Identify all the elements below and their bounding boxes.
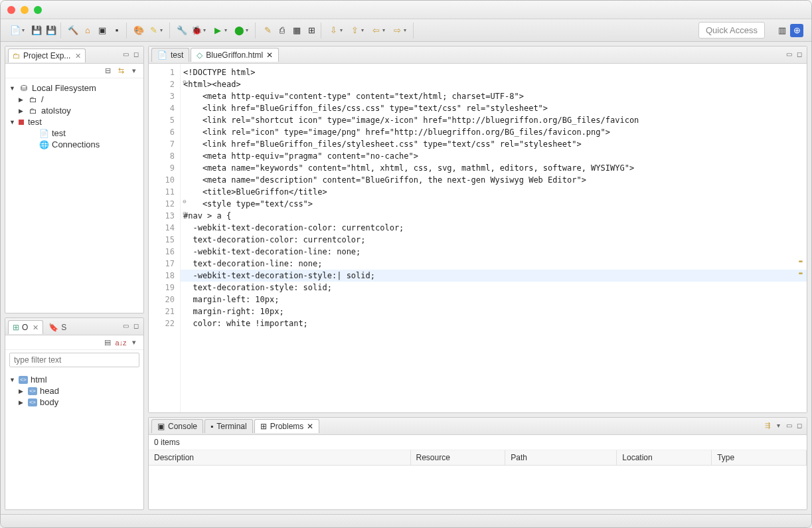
palette-button[interactable]: 🎨	[132, 24, 145, 37]
outline-tab-s[interactable]: 🔖 S	[44, 321, 70, 334]
nav-fwd-button[interactable]: ⇨	[390, 24, 404, 37]
minimize-panel-icon[interactable]: ▭	[784, 50, 793, 60]
new-button[interactable]: 📄	[9, 24, 22, 37]
terminal-tab[interactable]: ▪Terminal	[204, 419, 253, 433]
outline-panel: ⊞ O ✕ 🔖 S ▭ ◻ ▤ a↓z ▾	[5, 317, 144, 510]
console-tab[interactable]: ▣Console	[151, 419, 203, 433]
save-button[interactable]: 💾	[30, 24, 43, 37]
filter-icon[interactable]: ⇶	[763, 422, 772, 431]
perspective1-button[interactable]: ▥	[775, 24, 789, 37]
debug-button[interactable]: 🐞	[190, 24, 203, 37]
col-type[interactable]: Type	[712, 450, 807, 465]
maximize-panel-icon[interactable]: ◻	[131, 50, 141, 60]
quick-access-input[interactable]: Quick Access	[698, 22, 765, 39]
project-explorer-tab[interactable]: 🗀 Project Exp... ✕	[8, 48, 86, 62]
outline-body[interactable]: ▶<>body	[8, 396, 141, 408]
home-button[interactable]: ⌂	[81, 24, 94, 37]
code-editor[interactable]: 12345678910111213141516171819202122 ⊖⊖⊖ …	[149, 64, 807, 412]
col-resource[interactable]: Resource	[411, 450, 506, 465]
editor-tab-test[interactable]: 📄test	[151, 48, 189, 62]
minimize-panel-icon[interactable]: ▭	[784, 422, 793, 431]
minimize-panel-icon[interactable]: ▭	[121, 50, 130, 60]
maximize-panel-icon[interactable]: ◻	[795, 422, 804, 431]
marker-button[interactable]: ✎	[147, 24, 160, 37]
minimize-window-button[interactable]	[21, 6, 29, 14]
code-content[interactable]: <!DOCTYPE html><html><head> <meta http-e…	[181, 64, 807, 412]
col-description[interactable]: Description	[149, 450, 411, 465]
tree-local-filesystem[interactable]: ▼⛁Local Filesystem	[8, 82, 141, 94]
save-all-button[interactable]: 💾	[44, 24, 58, 37]
debug-config-button[interactable]: 🔧	[175, 24, 189, 37]
marker-dropdown[interactable]: ▾	[160, 27, 167, 33]
tree-test-file[interactable]: 📄test	[8, 128, 141, 139]
tool1-button[interactable]: ▣	[96, 24, 109, 37]
link-editor-icon[interactable]: ⇆	[116, 66, 126, 76]
tree-atolstoy[interactable]: ▶🗀atolstoy	[8, 105, 141, 116]
close-icon[interactable]: ✕	[75, 52, 81, 60]
maximize-window-button[interactable]	[34, 6, 42, 14]
outline-tab-o[interactable]: ⊞ O ✕	[8, 320, 43, 334]
nav-up-dropdown[interactable]: ▾	[361, 27, 368, 33]
outline-tool1-icon[interactable]: ▤	[102, 337, 113, 348]
problems-table-header: Description Resource Path Location Type	[149, 450, 807, 466]
console-icon: ▣	[157, 422, 165, 431]
nav-fwd-dropdown[interactable]: ▾	[404, 27, 410, 33]
tree-root[interactable]: ▶🗀/	[8, 94, 141, 105]
edit3-button[interactable]: ▦	[290, 24, 303, 37]
outline-tree[interactable]: ▼<>html ▶<>head ▶<>body	[5, 370, 143, 509]
maximize-panel-icon[interactable]: ◻	[795, 50, 804, 60]
run-button[interactable]: ▶	[211, 24, 224, 37]
project-tree[interactable]: ▼⛁Local Filesystem ▶🗀/ ▶🗀atolstoy ▼test …	[5, 78, 143, 313]
problems-icon: ⊞	[260, 422, 267, 431]
nav-back-button[interactable]: ⇦	[369, 24, 382, 37]
outline-head[interactable]: ▶<>head	[8, 385, 141, 396]
terminal-toolbar-button[interactable]: ▪	[110, 24, 123, 37]
perspective2-button[interactable]: ⊕	[790, 24, 803, 37]
edit2-button[interactable]: ⎙	[276, 24, 289, 37]
nav-down-dropdown[interactable]: ▾	[340, 27, 347, 33]
line-gutter: 12345678910111213141516171819202122	[149, 64, 181, 412]
maximize-panel-icon[interactable]: ◻	[131, 322, 141, 331]
wand-button[interactable]: 🔨	[66, 24, 80, 37]
tree-test-project[interactable]: ▼test	[8, 116, 141, 128]
new-dropdown[interactable]: ▾	[22, 27, 29, 33]
close-window-button[interactable]	[7, 6, 15, 14]
collapse-all-icon[interactable]: ⊟	[102, 66, 113, 76]
view-menu-icon[interactable]: ▾	[129, 66, 139, 76]
fold-column[interactable]: ⊖⊖⊖	[181, 66, 189, 329]
close-icon[interactable]: ✕	[33, 323, 39, 332]
view-menu-icon[interactable]: ▾	[129, 337, 139, 348]
close-icon[interactable]: ✕	[266, 50, 273, 60]
edit4-button[interactable]: ⊞	[305, 24, 318, 37]
run-dropdown[interactable]: ▾	[224, 27, 231, 33]
profile-dropdown[interactable]: ▾	[246, 27, 252, 33]
view-menu-icon[interactable]: ▾	[773, 422, 783, 431]
nav-up-button[interactable]: ⇧	[348, 24, 361, 37]
globe-icon: 🌐	[39, 140, 49, 149]
element-icon: <>	[19, 376, 28, 384]
sort-icon[interactable]: a↓z	[116, 337, 126, 348]
problems-tab[interactable]: ⊞Problems✕	[254, 419, 320, 433]
minimize-panel-icon[interactable]: ▭	[121, 322, 130, 331]
nav-back-dropdown[interactable]: ▾	[382, 27, 389, 33]
debug-dropdown[interactable]: ▾	[203, 27, 210, 33]
bookmark-icon: 🔖	[48, 323, 58, 332]
edit1-button[interactable]: ✎	[261, 24, 274, 37]
outline-tab-s-label: S	[61, 323, 66, 332]
close-icon[interactable]: ✕	[307, 422, 313, 431]
main-area: 🗀 Project Exp... ✕ ▭ ◻ ⊟ ⇆ ▾ ▼⛁Local Fil…	[1, 42, 811, 514]
outline-filter-input[interactable]	[9, 353, 139, 367]
file-icon: 📄	[157, 50, 167, 60]
disk-icon: ⛁	[19, 84, 29, 93]
col-path[interactable]: Path	[505, 450, 617, 465]
profile-button[interactable]: ⬤	[232, 24, 246, 37]
col-location[interactable]: Location	[617, 450, 712, 465]
html-file-icon: ◇	[197, 50, 203, 60]
titlebar	[1, 1, 811, 19]
editor-tab-bluegriffon[interactable]: ◇BlueGriffon.html✕	[191, 48, 279, 62]
element-icon: <>	[28, 387, 37, 395]
outline-html[interactable]: ▼<>html	[8, 374, 141, 385]
folder-icon: 🗀	[28, 106, 39, 116]
nav-down-button[interactable]: ⇩	[327, 24, 340, 37]
tree-connections[interactable]: 🌐Connections	[8, 139, 141, 150]
